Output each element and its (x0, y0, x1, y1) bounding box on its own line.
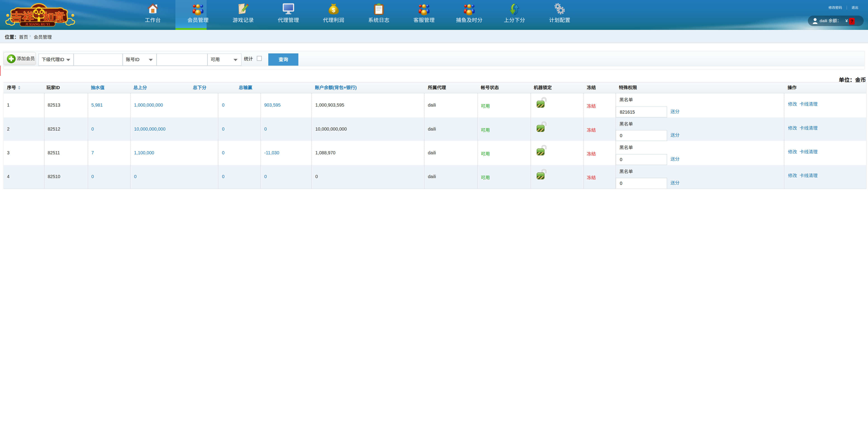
svg-text:$: $ (332, 7, 336, 13)
svg-text:JI XIANG RU YI: JI XIANG RU YI (25, 22, 50, 26)
